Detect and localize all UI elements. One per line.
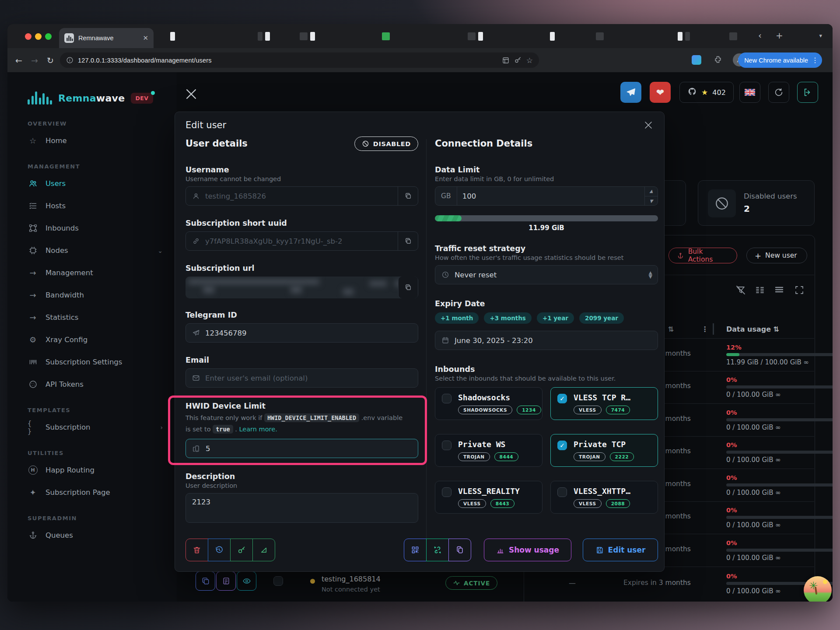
address-bar[interactable]: 127.0.0.1:3333/dashboard/management/user… [60,52,539,68]
kebab-icon[interactable]: ⋮ [701,325,708,333]
data-usage-header[interactable]: Data usage ⇅ [726,325,779,333]
telegram-button[interactable] [620,82,641,103]
language-flag-button[interactable] [739,82,760,103]
minimize-window-button[interactable] [35,33,42,40]
reset-traffic-button[interactable] [208,539,231,561]
inbound-card-vless-tcp[interactable]: ✓ VLESS TCP R… VLESS 7474 [550,387,658,420]
usage-progress-bar [435,215,658,221]
data-limit-field[interactable]: GB 100 ▲▼ [435,186,658,206]
logout-button[interactable] [797,82,818,103]
rows-icon[interactable] [774,285,784,297]
unlink-button[interactable] [426,539,449,561]
inbound-card-private-tcp[interactable]: ✓ Private TCP TROJAN 2222 [550,434,658,467]
reload-icon[interactable]: ↻ [42,56,58,65]
url-text[interactable]: 127.0.0.1:3333/dashboard/management/user… [78,57,497,64]
traffic-reset-select[interactable]: Never reset ▲▼ [435,265,658,284]
new-chrome-available-button[interactable]: New Chrome available ⋮ [738,52,822,68]
chip-3-months[interactable]: +3 months [484,312,531,324]
password-key-icon[interactable] [514,56,522,64]
inbound-card-vless-xhttp[interactable]: VLESS_XHTTP… VLESS 2088 [550,481,658,514]
copy-link-button[interactable] [448,539,471,561]
send-button[interactable] [252,539,275,561]
row-checkbox[interactable] [273,576,283,586]
background-tab[interactable] [468,32,483,41]
checkbox[interactable] [442,487,452,497]
show-usage-button[interactable]: Show usage [484,539,571,561]
island-avatar[interactable]: ✳ [804,576,832,602]
copy-button[interactable] [398,186,418,206]
tab-search-chevron-icon[interactable]: ▾ [819,32,822,39]
kebab-menu-icon[interactable]: ⋮ [812,56,819,64]
chip-1-year[interactable]: +1 year [537,312,574,324]
background-tab[interactable] [300,32,315,41]
email-label: Email [186,356,418,364]
checkbox[interactable] [442,441,452,450]
copy-row-button[interactable] [196,571,215,591]
delete-user-button[interactable] [186,539,208,561]
donate-heart-button[interactable]: ❤ [650,82,671,103]
description-textarea[interactable]: 2123 [186,493,418,523]
checkbox-checked[interactable]: ✓ [557,394,567,403]
background-tab[interactable] [596,32,604,40]
hwid-limit-field[interactable]: 5 [186,439,418,458]
column-resize-handle[interactable] [713,323,714,335]
chip-1-month[interactable]: +1 month [435,312,479,324]
background-tab[interactable] [258,32,270,41]
drawer-close-icon[interactable] [184,87,200,102]
subscription-url-redacted[interactable] [186,276,418,298]
checkbox[interactable] [442,394,452,403]
bookmark-star-icon[interactable]: ☆ [526,56,533,65]
email-field[interactable]: Enter user's email (optional) [186,368,418,388]
background-tab[interactable] [678,32,690,41]
inbound-card-vless-reality[interactable]: VLESS_REALITY VLESS 8443 [435,481,542,514]
true-code: true [213,425,233,434]
back-icon[interactable]: ← [11,56,27,65]
new-user-button[interactable]: + New user [746,248,807,263]
background-tab[interactable] [729,32,737,40]
number-stepper[interactable]: ▲▼ [644,186,658,206]
data-limit-desc: Enter data limit in GB, 0 for unlimited [435,175,658,182]
close-window-button[interactable] [25,33,32,40]
tab-scroll-left-icon[interactable]: ‹ [758,30,762,41]
refresh-button[interactable] [768,82,789,103]
edit-user-submit-button[interactable]: Edit user [583,539,658,561]
install-app-icon[interactable] [502,56,510,64]
telegram-id-label: Telegram ID [186,311,418,319]
filter-off-icon[interactable] [735,285,746,297]
expiry-date-field[interactable]: June 30, 2025 - 23:20 [435,331,658,350]
translate-extension-icon[interactable] [692,55,701,65]
new-chrome-label: New Chrome available [744,57,808,64]
background-tab[interactable] [170,32,175,41]
telegram-id-field[interactable]: 123456789 [186,323,418,343]
checkbox[interactable] [557,487,567,497]
view-row-button[interactable] [237,571,256,591]
extensions-puzzle-icon[interactable] [714,55,722,64]
site-info-icon[interactable] [66,56,74,64]
background-tab[interactable] [550,32,555,41]
checkbox-checked[interactable]: ✓ [557,441,567,450]
remnawave-app: Remnawave DEV OVERVIEW ☆ Home MANAGEMENT… [7,72,833,602]
qr-code-button[interactable] [404,539,427,561]
revoke-subscription-button[interactable] [230,539,253,561]
expand-icon[interactable] [794,285,805,297]
learn-more-link[interactable]: Learn more. [239,426,277,433]
active-tab[interactable]: Remnawave ✕ [59,28,154,48]
tab-close-icon[interactable]: ✕ [143,34,148,42]
new-tab-button[interactable]: + [776,30,783,41]
chip-2099-year[interactable]: 2099 year [579,312,624,324]
github-stars-button[interactable]: ★ 402 [679,82,734,103]
modal-close-icon[interactable] [643,120,654,131]
ban-icon [708,189,736,217]
copy-button[interactable] [398,231,418,251]
github-icon [687,87,697,98]
inbound-card-private-ws[interactable]: Private WS TROJAN 8444 [435,434,542,467]
sort-icon[interactable]: ⇅ [668,325,674,333]
columns-icon[interactable] [755,285,765,297]
inbound-card-shadowsocks[interactable]: Shadowsocks SHADOWSOCKS 1234 [435,387,542,420]
background-tab[interactable] [382,32,390,40]
zoom-window-button[interactable] [45,33,52,40]
copy-button[interactable] [398,276,418,298]
note-row-button[interactable] [216,571,236,591]
bulk-actions-button[interactable]: Bulk Actions [668,248,737,263]
forward-icon[interactable]: → [27,56,42,65]
